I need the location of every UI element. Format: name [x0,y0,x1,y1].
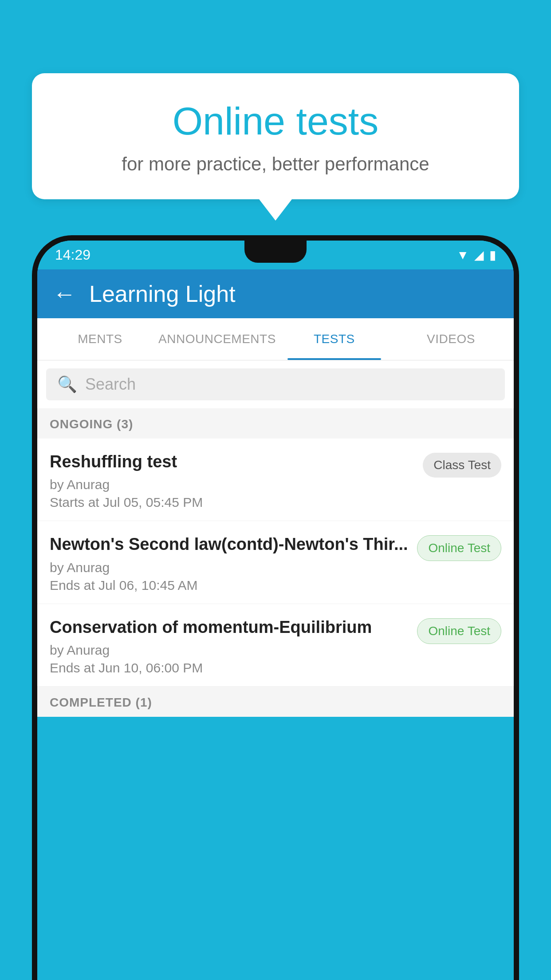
test-info-1: Reshuffling test by Anurag Starts at Jul… [50,451,414,510]
test-badge-1: Class Test [423,453,501,478]
test-info-3: Conservation of momentum-Equilibrium by … [50,616,408,676]
test-by-1: by Anurag [50,477,414,492]
test-list: Reshuffling test by Anurag Starts at Jul… [37,439,514,687]
speech-bubble: Online tests for more practice, better p… [32,73,519,199]
test-item-3[interactable]: Conservation of momentum-Equilibrium by … [37,604,514,687]
test-by-2: by Anurag [50,560,408,575]
test-time-3: Ends at Jun 10, 06:00 PM [50,660,408,676]
phone-frame: 14:29 ▼ ◢ ▮ ← Learning Light MENTS ANNOU… [32,235,519,980]
tab-announcements[interactable]: ANNOUNCEMENTS [158,318,276,360]
bubble-title: Online tests [54,100,497,143]
tab-videos[interactable]: VIDEOS [393,318,509,360]
back-button[interactable]: ← [53,281,76,307]
ongoing-label: ONGOING (3) [50,417,133,431]
status-icons: ▼ ◢ ▮ [457,248,496,262]
completed-section-header: COMPLETED (1) [37,687,514,717]
test-time-1: Starts at Jul 05, 05:45 PM [50,495,414,510]
status-bar: 14:29 ▼ ◢ ▮ [37,241,514,269]
test-badge-2: Online Test [417,535,501,561]
phone-inner: 14:29 ▼ ◢ ▮ ← Learning Light MENTS ANNOU… [37,241,514,980]
status-time: 14:29 [55,247,91,263]
signal-icon: ◢ [474,248,484,262]
tabs-bar: MENTS ANNOUNCEMENTS TESTS VIDEOS [37,318,514,360]
search-placeholder: Search [85,375,136,394]
search-container: 🔍 Search [37,360,514,408]
ongoing-section-header: ONGOING (3) [37,408,514,439]
search-icon: 🔍 [57,375,77,394]
test-name-2: Newton's Second law(contd)-Newton's Thir… [50,533,408,555]
search-bar[interactable]: 🔍 Search [46,368,505,400]
battery-icon: ▮ [489,248,496,262]
test-item-2[interactable]: Newton's Second law(contd)-Newton's Thir… [37,521,514,604]
test-by-3: by Anurag [50,643,408,658]
test-item-1[interactable]: Reshuffling test by Anurag Starts at Jul… [37,439,514,521]
bubble-subtitle: for more practice, better performance [54,154,497,175]
test-info-2: Newton's Second law(contd)-Newton's Thir… [50,533,408,593]
app-bar: ← Learning Light [37,269,514,318]
test-name-1: Reshuffling test [50,451,414,473]
phone-screen: 14:29 ▼ ◢ ▮ ← Learning Light MENTS ANNOU… [37,241,514,980]
completed-label: COMPLETED (1) [50,695,152,709]
app-title: Learning Light [89,281,236,307]
tab-ments[interactable]: MENTS [42,318,158,360]
test-time-2: Ends at Jul 06, 10:45 AM [50,578,408,593]
wifi-icon: ▼ [457,248,469,262]
test-badge-3: Online Test [417,618,501,644]
tab-tests[interactable]: TESTS [276,318,393,360]
test-name-3: Conservation of momentum-Equilibrium [50,616,408,638]
notch [244,241,307,263]
